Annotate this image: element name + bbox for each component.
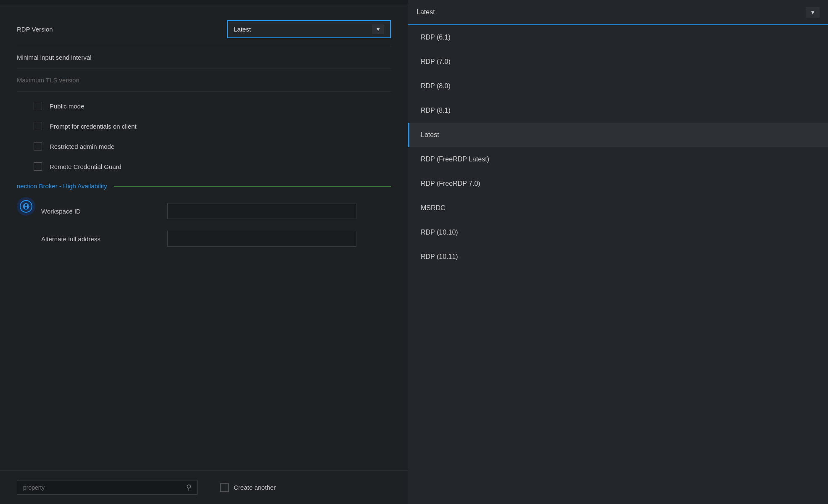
remote-credential-guard-row: Remote Credential Guard	[34, 156, 391, 177]
restricted-admin-label: Restricted admin mode	[50, 143, 114, 150]
create-another-label: Create another	[234, 484, 276, 491]
form-area: RDP Version Latest ▼ Minimal input send …	[0, 4, 408, 265]
dropdown-list: RDP (6.1)RDP (7.0)RDP (8.0)RDP (8.1)Late…	[408, 25, 828, 269]
dropdown-item-5[interactable]: RDP (FreeRDP Latest)	[408, 147, 828, 172]
dropdown-item-0[interactable]: RDP (6.1)	[408, 25, 828, 50]
min-input-interval-row: Minimal input send interval	[17, 46, 391, 69]
create-another-checkbox[interactable]	[220, 483, 229, 492]
prompt-credentials-row: Prompt for credentials on client	[34, 116, 391, 136]
section-divider-line	[114, 186, 391, 187]
rdp-version-value: Latest	[234, 26, 251, 33]
rdp-version-select[interactable]: Latest ▼	[227, 20, 391, 38]
dropdown-header: Latest ▼	[408, 0, 828, 25]
restricted-admin-checkbox[interactable]	[34, 142, 42, 150]
prompt-credentials-label: Prompt for credentials on client	[50, 123, 137, 130]
rdp-version-chevron-icon: ▼	[372, 24, 384, 34]
checkboxes-area: Public mode Prompt for credentials on cl…	[17, 92, 391, 177]
rdp-version-row: RDP Version Latest ▼	[17, 13, 391, 46]
create-another-area: Create another	[220, 483, 276, 492]
rdp-version-dropdown[interactable]: Latest ▼ RDP (6.1)RDP (7.0)RDP (8.0)RDP …	[408, 0, 828, 504]
remote-credential-guard-checkbox[interactable]	[34, 162, 42, 171]
dropdown-item-1[interactable]: RDP (7.0)	[408, 50, 828, 74]
min-input-interval-label: Minimal input send interval	[17, 54, 227, 61]
public-mode-checkbox[interactable]	[34, 102, 42, 110]
public-mode-row: Public mode	[34, 96, 391, 116]
dropdown-item-7[interactable]: MSRDC	[408, 196, 828, 220]
workspace-id-input[interactable]	[167, 203, 356, 219]
restricted-admin-row: Restricted admin mode	[34, 136, 391, 156]
public-mode-label: Public mode	[50, 103, 84, 110]
dropdown-item-6[interactable]: RDP (FreeRDP 7.0)	[408, 172, 828, 196]
rdp-version-control: Latest ▼	[227, 20, 391, 38]
search-icon: ⚲	[186, 483, 191, 492]
dropdown-item-8[interactable]: RDP (10.10)	[408, 220, 828, 245]
rdp-version-label: RDP Version	[17, 26, 227, 33]
workspace-id-label: Workspace ID	[41, 208, 167, 215]
alternate-address-label: Alternate full address	[41, 235, 167, 243]
broker-section-label: nection Broker - High Availability	[17, 182, 107, 190]
search-input[interactable]	[23, 484, 182, 491]
max-tls-version-row: Maximum TLS version	[17, 69, 391, 92]
dropdown-item-4[interactable]: Latest	[408, 123, 828, 147]
max-tls-label: Maximum TLS version	[17, 77, 227, 84]
broker-section-divider: nection Broker - High Availability	[17, 177, 391, 193]
dropdown-item-9[interactable]: RDP (10.11)	[408, 245, 828, 269]
alternate-address-input[interactable]	[167, 231, 356, 247]
dropdown-selected-value: Latest	[417, 8, 435, 16]
dropdown-item-2[interactable]: RDP (8.0)	[408, 74, 828, 98]
search-box[interactable]: ⚲	[17, 480, 198, 495]
workspace-id-row: Workspace ID	[41, 197, 391, 225]
broker-fields: Workspace ID Alternate full address	[41, 197, 391, 253]
remote-credential-guard-label: Remote Credential Guard	[50, 163, 121, 170]
dropdown-chevron-icon[interactable]: ▼	[806, 7, 820, 18]
alternate-address-row: Alternate full address	[41, 225, 391, 253]
dropdown-item-3[interactable]: RDP (8.1)	[408, 98, 828, 123]
prompt-credentials-checkbox[interactable]	[34, 122, 42, 130]
main-content: RDP Version Latest ▼ Minimal input send …	[0, 0, 408, 504]
broker-icon	[17, 197, 35, 216]
broker-section: Workspace ID Alternate full address	[17, 193, 391, 257]
